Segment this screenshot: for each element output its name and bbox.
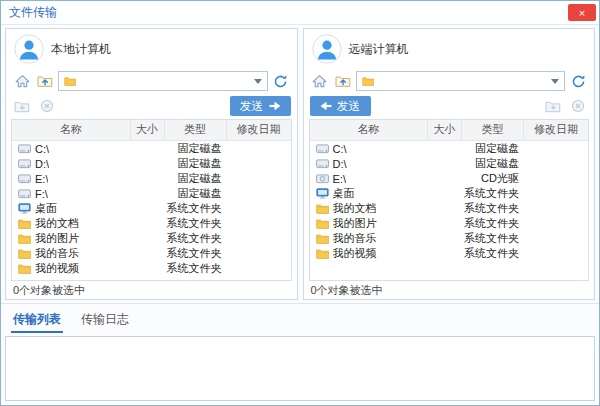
file-name: 我的文档: [35, 216, 79, 231]
home-button[interactable]: [12, 71, 32, 91]
path-folder-icon: [64, 76, 76, 86]
file-row[interactable]: 我的图片系统文件夹: [12, 231, 291, 246]
column-header-size[interactable]: 大小: [428, 120, 462, 140]
local-selection-status: 0个对象被选中: [6, 281, 297, 299]
file-name: D:\: [35, 158, 49, 170]
remote-table-header: 名称 大小 类型 修改日期: [310, 120, 589, 141]
folder-icon: [316, 233, 329, 244]
folder-icon: [316, 203, 329, 214]
file-row[interactable]: 我的视频系统文件夹: [12, 261, 291, 276]
close-button[interactable]: ×: [568, 4, 596, 21]
user-avatar-icon: [312, 34, 342, 64]
local-path-bar: [6, 69, 297, 93]
tab-transfer-log[interactable]: 传输日志: [79, 309, 131, 333]
file-type: 系统文件夹: [165, 231, 227, 246]
file-row[interactable]: E:\固定磁盘: [12, 171, 291, 186]
transfer-tabs: 传输列表 传输日志: [1, 304, 599, 333]
new-folder-button[interactable]: [12, 96, 32, 116]
send-to-remote-button[interactable]: 发送: [230, 96, 291, 116]
local-computer-label: 本地计算机: [51, 41, 111, 58]
file-type: 系统文件夹: [165, 216, 227, 231]
local-panel: 本地计算机: [5, 28, 298, 300]
send-label: 发送: [240, 98, 264, 115]
file-type: 系统文件夹: [165, 201, 227, 216]
column-header-date[interactable]: 修改日期: [524, 120, 588, 140]
send-left-arrow-icon: [320, 101, 332, 111]
file-name: E:\: [333, 173, 346, 185]
folder-icon: [18, 248, 31, 259]
file-row[interactable]: 我的文档系统文件夹: [12, 216, 291, 231]
new-folder-button[interactable]: [543, 96, 563, 116]
local-path-combobox[interactable]: [58, 71, 268, 91]
file-row[interactable]: D:\固定磁盘: [310, 156, 589, 171]
remote-selection-status: 0个对象被选中: [304, 281, 595, 299]
local-panel-header: 本地计算机: [6, 29, 297, 69]
file-row[interactable]: C:\固定磁盘: [12, 141, 291, 156]
remote-panel: 远端计算机: [303, 28, 596, 300]
tab-transfer-list[interactable]: 传输列表: [11, 309, 63, 333]
drive-icon: [18, 174, 31, 184]
file-name: 我的文档: [333, 201, 377, 216]
drive-icon: [18, 144, 31, 154]
drive-icon: [18, 189, 31, 199]
remote-path-combobox[interactable]: [356, 71, 566, 91]
file-type: 固定磁盘: [462, 141, 524, 156]
file-row[interactable]: 我的文档系统文件夹: [310, 201, 589, 216]
file-row[interactable]: 桌面系统文件夹: [12, 201, 291, 216]
file-name: 我的音乐: [333, 231, 377, 246]
file-type: 系统文件夹: [462, 231, 524, 246]
column-header-type[interactable]: 类型: [462, 120, 524, 140]
file-type: 固定磁盘: [462, 156, 524, 171]
title-bar: 文件传输 ×: [1, 1, 599, 25]
local-file-table: 名称 大小 类型 修改日期 C:\固定磁盘D:\固定磁盘E:\固定磁盘F:\固定…: [11, 119, 292, 281]
home-button[interactable]: [310, 71, 330, 91]
file-row[interactable]: 我的视频系统文件夹: [310, 246, 589, 261]
folder-icon: [316, 218, 329, 229]
column-header-size[interactable]: 大小: [131, 120, 165, 140]
file-name: 我的图片: [333, 216, 377, 231]
desktop-icon: [18, 203, 31, 214]
file-name: F:\: [35, 188, 48, 200]
file-row[interactable]: F:\固定磁盘: [12, 186, 291, 201]
file-type: 系统文件夹: [462, 246, 524, 261]
file-name: 我的音乐: [35, 246, 79, 261]
file-type: 固定磁盘: [165, 141, 227, 156]
file-row[interactable]: E:\CD光驱: [310, 171, 589, 186]
remote-file-list: C:\固定磁盘D:\固定磁盘E:\CD光驱桌面系统文件夹我的文档系统文件夹我的图…: [310, 141, 589, 280]
file-type: 系统文件夹: [165, 246, 227, 261]
file-row[interactable]: 桌面系统文件夹: [310, 186, 589, 201]
cdrom-icon: [316, 174, 329, 184]
remote-computer-label: 远端计算机: [349, 41, 409, 58]
file-name: 我的图片: [35, 231, 79, 246]
file-row[interactable]: D:\固定磁盘: [12, 156, 291, 171]
column-header-name[interactable]: 名称: [12, 120, 131, 140]
file-name: E:\: [35, 173, 48, 185]
send-right-arrow-icon: [269, 101, 281, 111]
transfer-section: 传输列表 传输日志: [1, 303, 599, 405]
file-type: 系统文件夹: [462, 216, 524, 231]
delete-button[interactable]: [37, 96, 57, 116]
send-to-local-button[interactable]: 发送: [310, 96, 371, 116]
refresh-button[interactable]: [568, 71, 588, 91]
local-table-header: 名称 大小 类型 修改日期: [12, 120, 291, 141]
drive-icon: [316, 159, 329, 169]
file-type: CD光驱: [462, 171, 524, 186]
file-row[interactable]: 我的图片系统文件夹: [310, 216, 589, 231]
up-folder-button[interactable]: [35, 71, 55, 91]
refresh-button[interactable]: [271, 71, 291, 91]
dropdown-arrow-icon[interactable]: [254, 79, 262, 84]
file-type: 固定磁盘: [165, 156, 227, 171]
column-header-date[interactable]: 修改日期: [227, 120, 291, 140]
desktop-icon: [316, 188, 329, 199]
drive-icon: [18, 159, 31, 169]
file-row[interactable]: 我的音乐系统文件夹: [310, 231, 589, 246]
file-transfer-window: 文件传输 × 本地计算机: [0, 0, 600, 406]
column-header-name[interactable]: 名称: [310, 120, 429, 140]
delete-button[interactable]: [568, 96, 588, 116]
folder-icon: [18, 233, 31, 244]
column-header-type[interactable]: 类型: [165, 120, 227, 140]
dropdown-arrow-icon[interactable]: [551, 79, 559, 84]
file-row[interactable]: C:\固定磁盘: [310, 141, 589, 156]
up-folder-button[interactable]: [333, 71, 353, 91]
file-row[interactable]: 我的音乐系统文件夹: [12, 246, 291, 261]
